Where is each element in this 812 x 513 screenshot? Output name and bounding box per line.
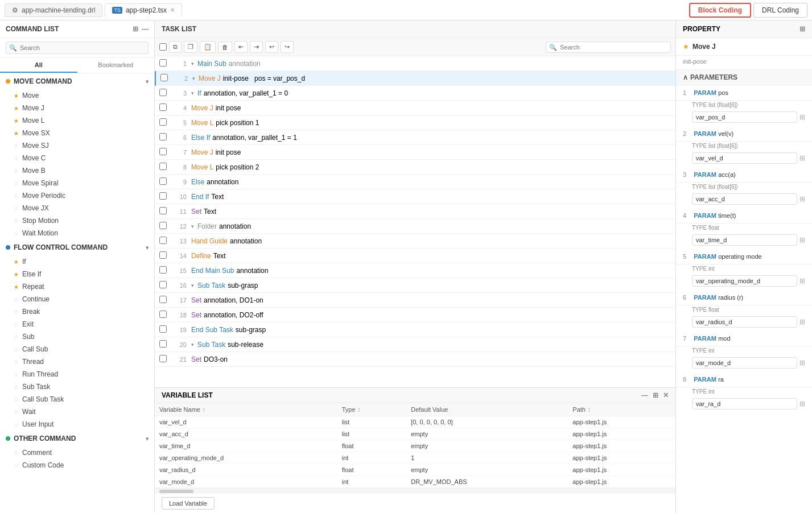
sidebar-item-movespiral[interactable]: ☆Move Spiral — [0, 177, 154, 189]
sidebar-tab-all[interactable]: All — [0, 58, 77, 73]
table-row[interactable]: 11 Set Text — [155, 204, 675, 219]
param-value-input[interactable] — [692, 111, 797, 123]
sidebar-item-movec[interactable]: ☆Move C — [0, 152, 154, 164]
row-checkbox-20[interactable] — [155, 340, 171, 349]
load-variable-button[interactable]: Load Variable — [162, 497, 215, 510]
collapse-icon[interactable]: ▾ — [191, 61, 194, 67]
outdent-button[interactable]: ⇥ — [250, 41, 263, 53]
sidebar-item-repeat[interactable]: ★Repeat — [0, 280, 154, 293]
list-item[interactable]: var_acc_d list empty app-step1.js — [155, 428, 675, 440]
row-checkbox-10[interactable] — [155, 192, 171, 201]
param-grid-icon[interactable]: ⊞ — [799, 154, 805, 162]
duplicate-button[interactable]: ❐ — [184, 41, 197, 53]
select-all-checkbox[interactable] — [159, 43, 167, 51]
table-row[interactable]: 15 End Main Sub annotation — [155, 263, 675, 278]
table-row[interactable]: 18 Set annotation, DO2-off — [155, 308, 675, 322]
sidebar-item-movejx[interactable]: ☆Move JX — [0, 202, 154, 214]
collapse-icon[interactable]: ▾ — [191, 224, 194, 229]
task-list-scroll[interactable]: 1 ▾ Main Sub annotation 2 ▾ Move J init-… — [155, 56, 675, 387]
scrollbar-thumb[interactable] — [159, 490, 193, 493]
collapse-icon[interactable]: ▾ — [191, 283, 194, 288]
sidebar-item-sub[interactable]: ☆Sub — [0, 330, 154, 343]
horizontal-scrollbar[interactable] — [155, 488, 675, 494]
undo-button[interactable]: ↩ — [265, 41, 278, 53]
table-row[interactable]: 10 End If Text — [155, 189, 675, 204]
sidebar-item-exit[interactable]: ☆Exit — [0, 318, 154, 330]
table-row[interactable]: 2 ▾ Move J init-pose pos = var_pos_d — [155, 71, 675, 86]
row-checkbox-16[interactable] — [155, 281, 171, 290]
list-item[interactable]: var_vel_d list [0, 0, 0, 0, 0, 0] app-st… — [155, 416, 675, 428]
sidebar-item-callsub[interactable]: ☆Call Sub — [0, 343, 154, 355]
sidebar-item-subtask[interactable]: ☆Sub Task — [0, 380, 154, 393]
sidebar-item-move[interactable]: ★Move — [0, 89, 154, 102]
param-value-input[interactable] — [692, 357, 797, 369]
param-value-input[interactable] — [692, 275, 797, 287]
collapse-icon[interactable]: ▾ — [191, 90, 194, 96]
close-tab-icon[interactable]: ✕ — [170, 7, 175, 13]
redo-button[interactable]: ↪ — [281, 41, 294, 53]
sidebar-item-wait-motion[interactable]: ☆Wait Motion — [0, 227, 154, 239]
list-item[interactable]: var_mode_d int DR_MV_MOD_ABS app-step1.j… — [155, 476, 675, 488]
sidebar-item-moveb[interactable]: ☆Move B — [0, 164, 154, 177]
param-value-input[interactable] — [692, 152, 797, 164]
sidebar-item-callsubtask[interactable]: ☆Call Sub Task — [0, 393, 154, 406]
param-grid-icon[interactable]: ⊞ — [799, 400, 805, 408]
param-grid-icon[interactable]: ⊞ — [799, 236, 805, 244]
param-value-input[interactable] — [692, 316, 797, 328]
sidebar-item-wait[interactable]: ☆Wait — [0, 406, 154, 418]
row-checkbox-8[interactable] — [155, 163, 171, 172]
row-checkbox-18[interactable] — [155, 311, 171, 320]
sidebar-item-movej[interactable]: ★Move J — [0, 102, 154, 114]
sidebar-tab-bookmarked[interactable]: Bookmarked — [77, 58, 155, 73]
sidebar-item-moveperiodic[interactable]: ☆Move Periodic — [0, 189, 154, 202]
indent-button[interactable]: ⇤ — [234, 41, 248, 53]
block-coding-button[interactable]: Block Coding — [689, 3, 751, 18]
param-grid-icon[interactable]: ⊞ — [799, 318, 805, 326]
table-row[interactable]: 4 Move J init pose — [155, 101, 675, 115]
minimize-icon[interactable]: — — [641, 391, 648, 399]
grid-icon[interactable]: ⊞ — [133, 25, 138, 33]
variable-table-scroll[interactable]: Variable Name ↕ Type ↕ Default Value Pat… — [155, 403, 675, 488]
sidebar-item-if[interactable]: ★If — [0, 255, 154, 268]
table-row[interactable]: 20 ▾ Sub Task sub-release — [155, 337, 675, 352]
param-value-input[interactable] — [692, 193, 797, 205]
copy-button[interactable]: ⧉ — [169, 41, 182, 53]
delete-button[interactable]: 🗑 — [218, 42, 232, 53]
drl-coding-button[interactable]: DRL Coding — [753, 3, 807, 18]
row-checkbox-19[interactable] — [155, 325, 171, 334]
tab-tsx[interactable]: TS app-step2.tsx ✕ — [105, 3, 182, 17]
list-item[interactable]: var_operating_mode_d int 1 app-step1.js — [155, 452, 675, 464]
table-row[interactable]: 16 ▾ Sub Task sub-grasp — [155, 278, 675, 293]
row-checkbox-14[interactable] — [155, 251, 171, 260]
table-row[interactable]: 3 ▾ If annotation, var_pallet_1 = 0 — [155, 86, 675, 101]
param-grid-icon[interactable]: ⊞ — [799, 277, 805, 285]
table-row[interactable]: 8 Move L pick position 2 — [155, 160, 675, 175]
sidebar-item-break[interactable]: ☆Break — [0, 305, 154, 318]
table-row[interactable]: 21 Set DO3-on — [155, 352, 675, 367]
table-row[interactable]: 17 Set annotation, DO1-on — [155, 293, 675, 308]
table-row[interactable]: 19 End Sub Task sub-grasp — [155, 322, 675, 337]
param-grid-icon[interactable]: ⊞ — [799, 113, 805, 121]
row-checkbox-1[interactable] — [155, 59, 171, 68]
sidebar-item-movesx[interactable]: ★Move SX — [0, 127, 154, 139]
row-checkbox-3[interactable] — [155, 89, 171, 98]
sidebar-item-runthread[interactable]: ☆Run Thread — [0, 368, 154, 380]
param-value-input[interactable] — [692, 234, 797, 246]
param-grid-icon[interactable]: ⊞ — [799, 359, 805, 367]
sidebar-item-movesj[interactable]: ☆Move SJ — [0, 139, 154, 152]
list-item[interactable]: var_radius_d float empty app-step1.js — [155, 464, 675, 476]
grid-view-icon[interactable]: ⊞ — [653, 391, 658, 399]
params-collapse-icon[interactable]: ∧ — [683, 73, 688, 81]
other-command-header[interactable]: OTHER COMMAND ▾ — [0, 431, 154, 446]
table-row[interactable]: 14 Define Text — [155, 249, 675, 263]
param-grid-icon[interactable]: ⊞ — [799, 195, 805, 203]
table-row[interactable]: 9 Else annotation — [155, 175, 675, 189]
move-command-header[interactable]: MOVE COMMAND ▾ — [0, 73, 154, 89]
tab-drl[interactable]: ⚙ app-machine-tending.drl — [5, 3, 102, 17]
row-checkbox-17[interactable] — [155, 296, 171, 305]
sidebar-item-stop-motion[interactable]: ☆Stop Motion — [0, 214, 154, 227]
table-row[interactable]: 6 Else If annotation, var_pallet_1 = 1 — [155, 130, 675, 145]
row-checkbox-13[interactable] — [155, 237, 171, 246]
row-checkbox-7[interactable] — [155, 148, 171, 157]
task-search-input[interactable] — [546, 42, 671, 53]
